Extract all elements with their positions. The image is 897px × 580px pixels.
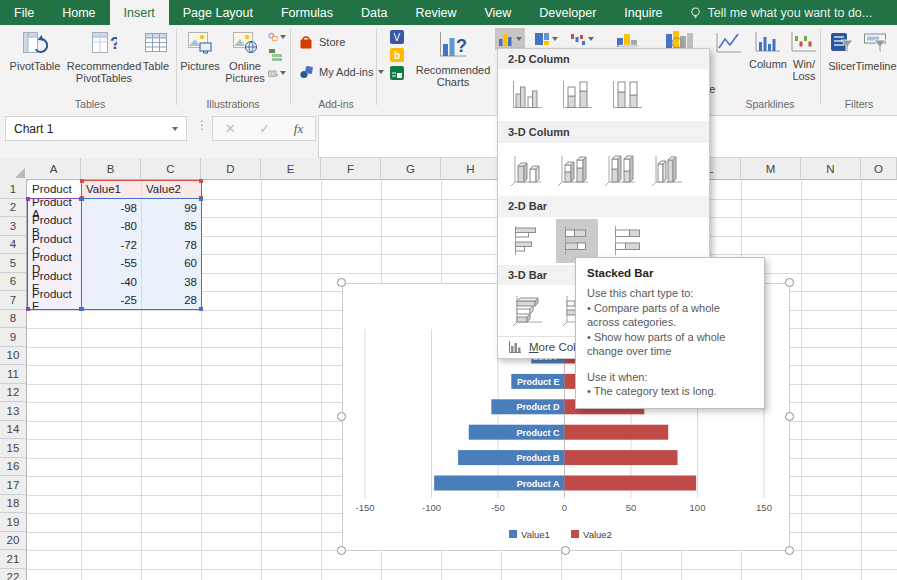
- column-header-D[interactable]: D: [201, 158, 261, 180]
- row-header-18[interactable]: 18: [0, 495, 27, 514]
- column-header-M[interactable]: M: [741, 158, 801, 180]
- insert-waterfall-chart-button[interactable]: [567, 28, 597, 50]
- cell-B3[interactable]: -80: [82, 217, 141, 236]
- chart-selection-handle[interactable]: [337, 412, 346, 421]
- tab-page-layout[interactable]: Page Layout: [169, 0, 267, 25]
- cell-C7[interactable]: 28: [142, 291, 201, 310]
- timeline-button[interactable]: Timeline: [856, 28, 896, 96]
- row-header-8[interactable]: 8: [0, 310, 27, 329]
- tab-developer[interactable]: Developer: [525, 0, 610, 25]
- formula-bar-dots[interactable]: ⋮: [196, 118, 208, 132]
- enter-icon[interactable]: ✓: [259, 121, 270, 136]
- column-header-A[interactable]: A: [27, 158, 81, 180]
- column-header-H[interactable]: H: [441, 158, 501, 180]
- row-header-10[interactable]: 10: [0, 347, 27, 366]
- column-header-O[interactable]: O: [861, 158, 897, 180]
- chart-selection-handle[interactable]: [337, 546, 346, 555]
- column-header-B[interactable]: B: [81, 158, 141, 180]
- row-header-9[interactable]: 9: [0, 328, 27, 347]
- addin-excel-icon[interactable]: [390, 65, 408, 81]
- cell-C3[interactable]: 85: [142, 217, 201, 236]
- row-header-17[interactable]: 17: [0, 476, 27, 495]
- cell-B2[interactable]: -98: [82, 199, 141, 218]
- tab-inquire[interactable]: Inquire: [610, 0, 676, 25]
- sparkline-column-button[interactable]: Column: [746, 28, 790, 96]
- row-header-22[interactable]: 22: [0, 569, 27, 580]
- row-header-5[interactable]: 5: [0, 254, 27, 273]
- row-header-6[interactable]: 6: [0, 273, 27, 292]
- tell-me-box[interactable]: Tell me what you want to do...: [689, 0, 873, 25]
- row-header-13[interactable]: 13: [0, 402, 27, 421]
- row-header-16[interactable]: 16: [0, 458, 27, 477]
- row-header-21[interactable]: 21: [0, 550, 27, 569]
- row-header-3[interactable]: 3: [0, 217, 27, 236]
- cell-C2[interactable]: 99: [142, 199, 201, 218]
- my-addins-button[interactable]: My Add-ins: [298, 63, 384, 81]
- column-header-C[interactable]: C: [141, 158, 201, 180]
- shapes-button[interactable]: [268, 29, 286, 45]
- insert-hierarchy-chart-button[interactable]: [531, 28, 561, 50]
- online-pictures-button[interactable]: Online Pictures: [222, 28, 268, 96]
- addin-visio-icon[interactable]: V: [390, 29, 408, 45]
- column-header-G[interactable]: G: [381, 158, 441, 180]
- cell-C5[interactable]: 60: [142, 254, 201, 273]
- tab-formulas[interactable]: Formulas: [267, 0, 347, 25]
- chart-selection-handle[interactable]: [785, 278, 794, 287]
- chart-type-3d-stacked-column[interactable]: [553, 148, 593, 192]
- column-header-E[interactable]: E: [261, 158, 321, 180]
- cell-B6[interactable]: -40: [82, 273, 141, 292]
- name-box[interactable]: Chart 1: [5, 116, 187, 141]
- chart-selection-handle[interactable]: [337, 278, 346, 287]
- recommended-pivottables-button[interactable]: ? Recommended PivotTables: [64, 28, 144, 96]
- name-box-caret[interactable]: [172, 127, 178, 131]
- pictures-button[interactable]: Pictures: [180, 28, 220, 96]
- row-header-15[interactable]: 15: [0, 439, 27, 458]
- row-header-1[interactable]: 1: [0, 180, 27, 199]
- chart-selection-handle[interactable]: [785, 546, 794, 555]
- row-header-12[interactable]: 12: [0, 384, 27, 403]
- column-header-F[interactable]: F: [321, 158, 381, 180]
- column-header-N[interactable]: N: [801, 158, 861, 180]
- row-header-7[interactable]: 7: [0, 291, 27, 310]
- row-header-14[interactable]: 14: [0, 421, 27, 440]
- store-button[interactable]: Store: [298, 33, 345, 51]
- cell-B5[interactable]: -55: [82, 254, 141, 273]
- cancel-icon[interactable]: ✕: [225, 121, 236, 136]
- cell-B7[interactable]: -25: [82, 291, 141, 310]
- insert-column-bar-chart-button[interactable]: [495, 28, 525, 50]
- cell-B4[interactable]: -72: [82, 236, 141, 255]
- tab-file[interactable]: File: [0, 0, 48, 25]
- insert-pivotchart-button[interactable]: [660, 28, 700, 50]
- chart-type-100-stacked-column[interactable]: [606, 73, 648, 117]
- cell-B1[interactable]: Value1: [82, 180, 141, 199]
- chart-type-stacked-column[interactable]: [556, 73, 598, 117]
- cell-C4[interactable]: 78: [142, 236, 201, 255]
- screenshot-button[interactable]: [268, 65, 286, 81]
- chart-type-3d-100-stacked-column[interactable]: [600, 148, 640, 192]
- cell-C1[interactable]: Value2: [142, 180, 201, 199]
- row-header-4[interactable]: 4: [0, 236, 27, 255]
- smartart-button[interactable]: [268, 47, 286, 63]
- cell-C6[interactable]: 38: [142, 273, 201, 292]
- recommended-charts-button[interactable]: ? Recommended Charts: [412, 28, 494, 96]
- chart-type-3d-column[interactable]: [647, 148, 687, 192]
- sparkline-winloss-button[interactable]: Win/ Loss: [789, 28, 819, 96]
- tab-data[interactable]: Data: [347, 0, 401, 25]
- chart-type-clustered-bar[interactable]: [506, 219, 548, 263]
- table-button[interactable]: Table: [138, 28, 174, 96]
- chart-selection-handle[interactable]: [785, 412, 794, 421]
- tab-review[interactable]: Review: [401, 0, 470, 25]
- tab-home[interactable]: Home: [48, 0, 109, 25]
- addin-bing-icon[interactable]: b: [390, 47, 408, 63]
- insert-function-icon[interactable]: fx: [294, 121, 303, 137]
- sparkline-line-button[interactable]: [712, 30, 746, 56]
- cell-A7[interactable]: Product F: [28, 291, 81, 310]
- chart-type-3d-clustered-column[interactable]: [506, 148, 546, 192]
- row-header-2[interactable]: 2: [0, 199, 27, 218]
- tab-view[interactable]: View: [470, 0, 525, 25]
- chart-type-clustered-column[interactable]: [506, 73, 548, 117]
- insert-combo-chart-button[interactable]: [612, 28, 644, 50]
- select-all-corner[interactable]: [0, 158, 28, 181]
- pivottable-button[interactable]: PivotTable: [6, 28, 64, 96]
- tab-insert[interactable]: Insert: [110, 0, 169, 25]
